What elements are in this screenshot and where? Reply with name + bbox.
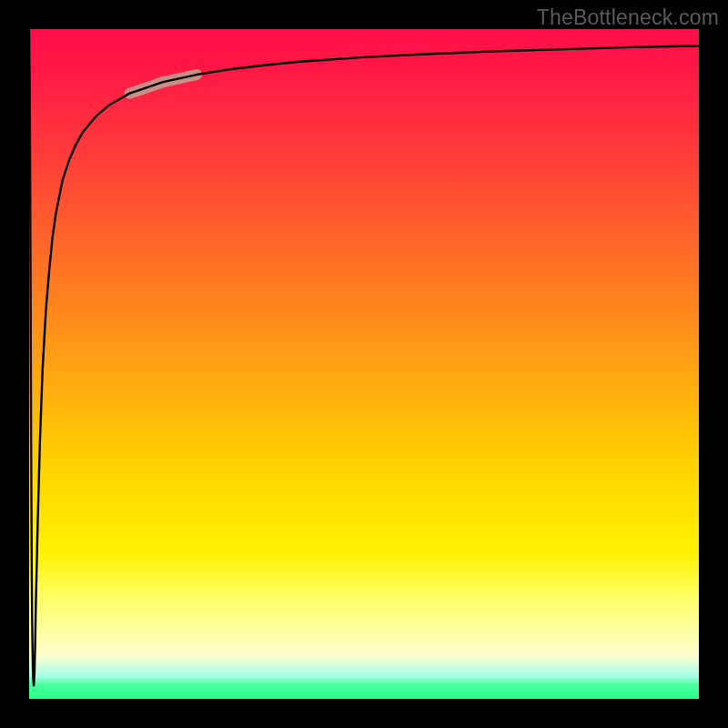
bottleneck-curve bbox=[29, 29, 699, 685]
bottleneck-chart: TheBottleneck.com bbox=[0, 0, 728, 728]
plot-area bbox=[29, 29, 699, 699]
attribution-text: TheBottleneck.com bbox=[537, 5, 719, 30]
curve-layer bbox=[29, 29, 699, 699]
